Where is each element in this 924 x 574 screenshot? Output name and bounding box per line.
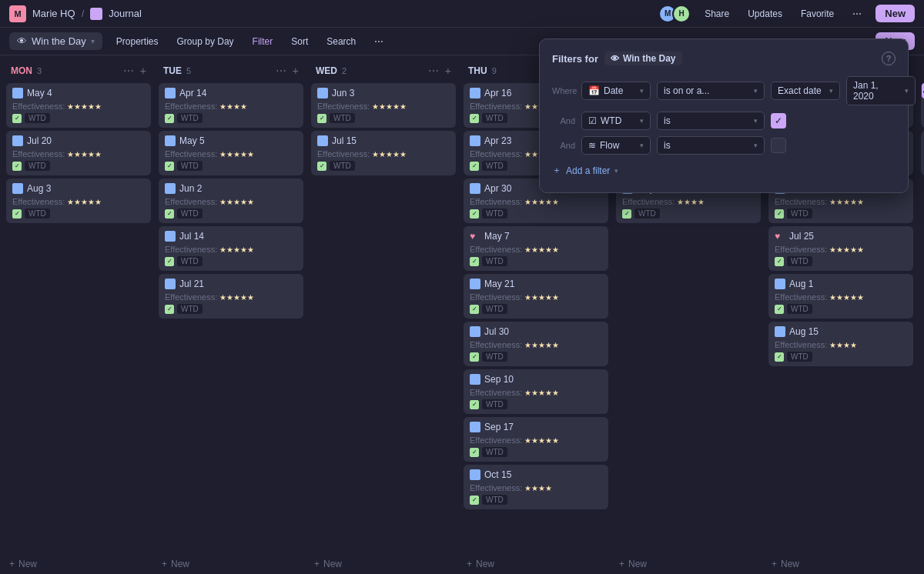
filter-row-2: And ☑ WTD ▾ is ▾ ✓	[552, 112, 896, 130]
card[interactable]: May 10Effectiveness: n/aWTD	[921, 131, 924, 175]
toolbar-more-button[interactable]: ⋯	[370, 35, 388, 48]
card-title-row: Jul 30	[470, 326, 602, 337]
add-new-fri[interactable]: +New	[616, 554, 762, 574]
card[interactable]: Sep 10Effectiveness: ★★★★★WTD	[464, 369, 608, 414]
chevron-flow: ▾	[640, 142, 644, 149]
help-icon[interactable]: ?	[882, 52, 896, 65]
search-button[interactable]: Search	[322, 35, 360, 48]
filter-field-date-label: Date	[604, 85, 623, 96]
card-tag: WTD	[177, 256, 203, 266]
more-menu-button[interactable]: ⋯	[848, 7, 866, 21]
col-more-button-wed[interactable]: ⋯	[427, 65, 440, 77]
updates-button[interactable]: Updates	[743, 7, 787, 21]
card[interactable]: Jul 21Effectiveness: ★★★★★WTD	[159, 274, 303, 319]
card-effectiveness: Effectiveness: ★★★★★	[470, 388, 602, 397]
card[interactable]: May 4Effectiveness: ★★★★★WTD	[6, 83, 151, 128]
card[interactable]: Apr 14Effectiveness: ★★★★WTD	[159, 83, 303, 128]
card[interactable]: Aug 15Effectiveness: ★★★★WTD	[768, 322, 913, 366]
group-by-button[interactable]: Group by Day	[172, 35, 239, 48]
filter-check-2[interactable]: ✓	[771, 113, 786, 128]
doc-icon	[470, 469, 480, 480]
card-tag: WTD	[25, 113, 50, 123]
card[interactable]: May 21Effectiveness: ★★★★★WTD	[464, 274, 608, 319]
favorite-button[interactable]: Favorite	[796, 7, 839, 21]
card[interactable]: Jul 14Effectiveness: ★★★★★WTD	[159, 226, 303, 271]
card-effectiveness: Effectiveness: ★★★★★	[470, 245, 602, 254]
card[interactable]: Aug 1Effectiveness: ★★★★★WTD	[768, 274, 913, 319]
card-tags: WTD	[12, 209, 145, 219]
card-tags: WTD	[317, 161, 450, 171]
col-header-mon: MON3⋯+	[6, 62, 152, 80]
card-tags: WTD	[165, 161, 297, 171]
card[interactable]: Jul 30Effectiveness: ★★★★★WTD	[464, 322, 608, 366]
share-button[interactable]: Share	[700, 7, 734, 21]
card-tag: WTD	[177, 304, 203, 314]
card-effectiveness: Effectiveness: ★★★★★	[470, 340, 602, 349]
card[interactable]: Jul 20Effectiveness: ★★★★★WTD	[6, 131, 151, 175]
filter-val-type[interactable]: Exact date ▾	[771, 82, 840, 100]
filter-op-wtd[interactable]: is ▾	[657, 112, 765, 130]
view-badge[interactable]: 👁 Win the Day ▾	[9, 32, 102, 50]
doc-icon	[317, 135, 328, 146]
add-new-sun[interactable]: +New	[921, 554, 924, 574]
card[interactable]: Sep 17Effectiveness: ★★★★★WTD	[464, 417, 608, 462]
card[interactable]: Oct 15Effectiveness: ★★★★WTD	[464, 465, 608, 509]
add-new-wed[interactable]: +New	[311, 554, 457, 574]
add-new-mon[interactable]: +New	[6, 554, 152, 574]
col-add-button-tue[interactable]: +	[291, 65, 300, 77]
sort-button[interactable]: Sort	[286, 35, 313, 48]
col-add-button-mon[interactable]: +	[139, 65, 148, 77]
filter-op-date[interactable]: is on or a... ▾	[657, 82, 765, 100]
topbar-left: M Marie HQ / Journal	[9, 5, 142, 22]
doc-icon	[470, 88, 480, 98]
filter-check-3[interactable]	[771, 138, 786, 153]
doc-icon	[165, 183, 176, 194]
filter-field-wtd[interactable]: ☑ WTD ▾	[581, 112, 651, 130]
card-title: Jul 20	[27, 135, 52, 146]
chevron-wtd: ▾	[640, 117, 644, 125]
card[interactable]: Jul 15Effectiveness: ★★★★★WTD	[311, 131, 456, 175]
add-filter-label: Add a filter	[566, 165, 610, 176]
card-tag: WTD	[25, 209, 50, 219]
card-check	[775, 352, 784, 362]
col-more-button-mon[interactable]: ⋯	[122, 65, 136, 77]
chevron-op-wtd: ▾	[754, 117, 758, 125]
card-tag: WTD	[177, 113, 203, 123]
card-title-row: Jun 2	[165, 183, 297, 194]
filter-val-date[interactable]: Jan 1, 2020 ▾	[846, 76, 916, 105]
card[interactable]: ♥May 7Effectiveness: ★★★★★WTD	[464, 226, 608, 271]
card-check	[12, 114, 22, 123]
properties-button[interactable]: Properties	[112, 35, 163, 48]
col-count-thu: 9	[492, 66, 497, 75]
card-title: Oct 15	[484, 469, 511, 480]
card-title-row: ♥Jul 25	[775, 231, 907, 242]
filter-button[interactable]: Filter	[248, 35, 278, 48]
card-check	[165, 162, 174, 171]
chevron-op-flow: ▾	[754, 142, 758, 149]
col-more-button-tue[interactable]: ⋯	[274, 65, 288, 77]
new-label: New	[18, 559, 37, 569]
col-add-button-wed[interactable]: +	[444, 65, 453, 77]
card-check	[165, 305, 174, 314]
card-check	[470, 114, 479, 123]
card-title: Jul 25	[789, 231, 814, 242]
card[interactable]: Jun 3Effectiveness: ★★★★★WTD	[311, 83, 456, 128]
new-button[interactable]: New	[875, 5, 915, 22]
filter-op-flow[interactable]: is ▾	[657, 136, 765, 155]
card[interactable]: May 5Effectiveness: ★★★★★WTD	[159, 131, 303, 175]
add-filter-button[interactable]: ＋ Add a filter ▾	[552, 161, 618, 180]
filter-field-date[interactable]: 📅 Date ▾	[581, 82, 651, 100]
card-tag: WTD	[482, 209, 507, 219]
add-new-sat[interactable]: +New	[768, 554, 915, 574]
card-title-row: Jul 15	[317, 135, 450, 146]
view-icon: 👁	[17, 35, 27, 47]
card[interactable]: Aug 3Effectiveness: ★★★★★WTD	[6, 179, 151, 223]
card[interactable]: Jun 2Effectiveness: ★★★★★WTD	[159, 179, 303, 223]
filter-field-flow[interactable]: ≋ Flow ▾	[581, 136, 651, 155]
card-effectiveness: Effectiveness: ★★★★★	[165, 197, 297, 206]
add-new-thu[interactable]: +New	[464, 554, 610, 574]
card[interactable]: ♥Jul 25Effectiveness: ★★★★★WTD	[768, 226, 913, 271]
doc-icon	[470, 422, 480, 432]
doc-icon	[12, 183, 23, 194]
add-new-tue[interactable]: +New	[159, 554, 305, 574]
